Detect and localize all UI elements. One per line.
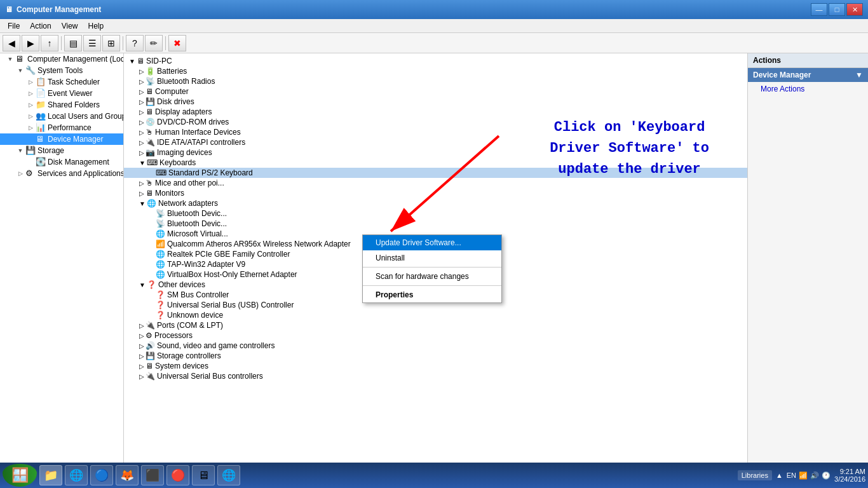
sidebar: ▼ 🖥 Computer Management (Local ▼ 🔧 Syste… — [0, 53, 124, 469]
volume-tray-icon: 🔊 — [810, 471, 819, 480]
ctx-uninstall[interactable]: Uninstall — [363, 250, 501, 266]
device-item-system-devices[interactable]: ▷ 🖥 System devices — [124, 361, 747, 371]
taskbar-app-explorer[interactable]: 📁 — [39, 465, 62, 485]
device-item-processors[interactable]: ▷ ⚙ Processors — [124, 330, 747, 341]
sidebar-label: Event Viewer — [48, 89, 92, 98]
sidebar-label: System Tools — [37, 66, 83, 75]
device-item-sound[interactable]: ▷ 🔊 Sound, video and game controllers — [124, 341, 747, 351]
taskbar-app-chrome[interactable]: 🔵 — [90, 465, 113, 485]
menu-view[interactable]: View — [57, 20, 83, 32]
device-label: Unknown device — [167, 311, 223, 320]
network-tray-icon: 📶 — [799, 471, 808, 480]
device-label: Microsoft Virtual... — [167, 229, 228, 238]
ctx-update-driver[interactable]: Update Driver Software... — [363, 235, 501, 250]
device-label: Network adapters — [158, 199, 218, 208]
show-hide-button[interactable]: ▤ — [64, 35, 82, 51]
sidebar-item-system-tools[interactable]: ▼ 🔧 System Tools — [0, 65, 123, 76]
help-button[interactable]: ? — [126, 35, 144, 51]
keyboard-icon: ⌨ — [147, 158, 158, 167]
menu-action[interactable]: Action — [25, 20, 56, 32]
device-item-usb-controllers[interactable]: ▷ 🔌 Universal Serial Bus controllers — [124, 371, 747, 381]
device-item-bluetooth-radios[interactable]: ▷ 📡 Bluetooth Radios — [124, 76, 747, 86]
back-button[interactable]: ◀ — [3, 35, 20, 51]
sidebar-item-storage[interactable]: ▼ 💾 Storage — [0, 145, 123, 156]
taskbar-app-ie[interactable]: 🌐 — [65, 465, 88, 485]
libraries-label[interactable]: Libraries — [738, 470, 772, 480]
device-item-storage-controllers[interactable]: ▷ 💾 Storage controllers — [124, 351, 747, 361]
expander-icon: ▷ — [25, 123, 36, 133]
computer-label: SID-PC — [146, 57, 172, 65]
sidebar-item-performance[interactable]: ▷ 📊 Performance — [0, 122, 123, 133]
task-icon: 📋 — [36, 77, 46, 87]
menu-file[interactable]: File — [3, 20, 25, 32]
start-button[interactable]: 🪟 — [3, 464, 37, 487]
taskbar-app-network[interactable]: 🌐 — [217, 465, 240, 485]
minimize-button[interactable]: — — [811, 3, 827, 16]
device-item-mice[interactable]: ▷ 🖱 Mice and other poi... — [124, 178, 747, 188]
sidebar-item-task-scheduler[interactable]: ▷ 📋 Task Scheduler — [0, 76, 123, 88]
maximize-button[interactable]: □ — [829, 3, 845, 16]
ctx-properties[interactable]: Properties — [363, 287, 501, 302]
sidebar-item-event-viewer[interactable]: ▷ 📄 Event Viewer — [0, 88, 123, 99]
taskbar: 🪟 📁 🌐 🔵 🦊 ⬛ 🔴 🖥 🌐 Libraries ▲ EN 📶 🔊 🕐 9… — [0, 463, 868, 488]
sidebar-item-local-users[interactable]: ▷ 👥 Local Users and Groups — [0, 111, 123, 122]
device-label: Mice and other poi... — [155, 179, 224, 187]
device-item-network-adapters[interactable]: ▼ 🌐 Network adapters — [124, 198, 747, 208]
ctx-separator-1 — [363, 267, 501, 268]
toolbar: ◀ ▶ ↑ ▤ ☰ ⊞ ? ✏ ✖ — [0, 33, 868, 53]
device-icon: 🖥 — [36, 134, 46, 144]
device-item-disk-drives[interactable]: ▷ 💾 Disk drives — [124, 97, 747, 107]
battery-icon: 🔋 — [146, 67, 155, 76]
sidebar-item-computer-management[interactable]: ▼ 🖥 Computer Management (Local — [0, 53, 123, 65]
taskbar-app-firefox[interactable]: 🦊 — [116, 465, 139, 485]
device-item-ports[interactable]: ▷ 🔌 Ports (COM & LPT) — [124, 320, 747, 330]
view1-button[interactable]: ☰ — [83, 35, 101, 51]
sidebar-item-shared-folders[interactable]: ▷ 📁 Shared Folders — [0, 99, 123, 111]
usb-controller-icon: ❓ — [156, 301, 165, 309]
device-item-monitors[interactable]: ▷ 🖥 Monitors — [124, 188, 747, 198]
taskbar-app-cmd[interactable]: ⬛ — [141, 465, 164, 485]
device-item-imaging[interactable]: ▷ 📷 Imaging devices — [124, 147, 747, 158]
sidebar-item-device-manager[interactable]: 🖥 Device Manager — [0, 133, 123, 145]
ms-icon: 🌐 — [156, 229, 165, 238]
device-item-computer[interactable]: ▼ 🖥 SID-PC — [124, 56, 747, 66]
close-button[interactable]: ✕ — [846, 3, 863, 16]
up-button[interactable]: ↑ — [41, 35, 58, 51]
device-item-batteries[interactable]: ▷ 🔋 Batteries — [124, 66, 747, 76]
device-item-unknown[interactable]: ▷ ❓ Unknown device — [124, 310, 747, 320]
smbus-icon: ❓ — [156, 290, 165, 299]
device-item-ide[interactable]: ▷ 🔌 IDE ATA/ATAPI controllers — [124, 137, 747, 147]
computer-icon: 🖥 — [137, 57, 144, 65]
device-item-dvd[interactable]: ▷ 💿 DVD/CD-ROM drives — [124, 117, 747, 127]
proc-icon: ⚙ — [146, 331, 153, 340]
device-label: Processors — [154, 331, 193, 340]
device-item-keyboards[interactable]: ▼ ⌨ Keyboards — [124, 158, 747, 168]
device-item-bt-device-1[interactable]: ▷ 📡 Bluetooth Devic... — [124, 208, 747, 219]
panel-link-more-actions[interactable]: More Actions — [748, 82, 868, 96]
expander-icon — [25, 134, 36, 144]
taskbar-tray-expand[interactable]: ▲ — [776, 471, 783, 479]
device-item-bt-device-2[interactable]: ▷ 📡 Bluetooth Devic... — [124, 219, 747, 229]
taskbar-app-monitor[interactable]: 🖥 — [192, 465, 215, 485]
device-item-display-adapters[interactable]: ▷ 🖥 Display adapters — [124, 107, 747, 117]
sidebar-item-services[interactable]: ▷ ⚙ Services and Applications — [0, 168, 123, 179]
monitors-icon: 🖥 — [146, 189, 153, 198]
edit-button[interactable]: ✏ — [145, 35, 163, 51]
app-icon: 🖥 — [5, 5, 13, 14]
device-item-ps2-keyboard[interactable]: ▷ ⌨ Standard PS/2 Keyboard — [124, 168, 747, 178]
sidebar-item-disk-management[interactable]: 💽 Disk Management — [0, 156, 123, 168]
delete-button[interactable]: ✖ — [168, 35, 186, 51]
storage-icon: 💾 — [25, 146, 36, 156]
system-tray: EN 📶 🔊 🕐 — [787, 471, 831, 480]
device-label: Monitors — [155, 189, 184, 198]
taskbar-app-red[interactable]: 🔴 — [166, 465, 189, 485]
disk-icon: 💾 — [146, 97, 155, 106]
ctx-scan-hardware[interactable]: Scan for hardware changes — [363, 269, 501, 284]
view2-button[interactable]: ⊞ — [102, 35, 120, 51]
device-item-computer-cat[interactable]: ▷ 🖥 Computer — [124, 86, 747, 97]
forward-button[interactable]: ▶ — [22, 35, 39, 51]
device-item-hid[interactable]: ▷ 🖱 Human Interface Devices — [124, 127, 747, 137]
menu-help[interactable]: Help — [83, 20, 109, 32]
panel-section-device-manager[interactable]: Device Manager ▼ — [748, 68, 868, 82]
chevron-down-icon: ▼ — [855, 71, 863, 79]
